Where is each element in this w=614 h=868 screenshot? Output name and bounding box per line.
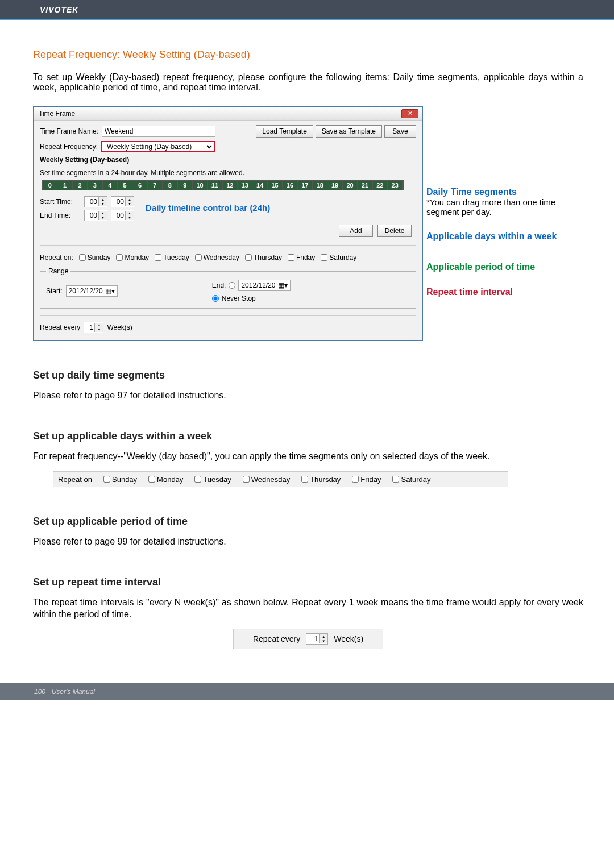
sec4-title: Set up repeat time interval xyxy=(33,576,583,588)
frame-name-label: Time Frame Name: xyxy=(40,127,98,135)
timeline-callout-label: Daily timeline control bar (24h) xyxy=(146,203,270,213)
add-button[interactable]: Add xyxy=(339,225,373,237)
hour-cell[interactable]: 0 xyxy=(43,181,57,190)
sec1-title: Set up daily time segments xyxy=(33,369,583,381)
end-hour-spinner[interactable]: ▲▼ xyxy=(84,210,107,221)
frame-name-input[interactable] xyxy=(102,126,215,137)
weekly-setting-group: Weekly Setting (Day-based) Set time segm… xyxy=(40,156,416,333)
weekly-setting-subtitle: Set time segments in a 24-hour day. Mult… xyxy=(40,169,416,177)
repeat-every-row: Repeat every ▲▼ Week(s) xyxy=(40,315,416,333)
hour-cell[interactable]: 7 xyxy=(148,181,163,190)
save-button[interactable]: Save xyxy=(384,125,416,138)
intro-text: To set up Weekly (Day-based) repeat freq… xyxy=(33,72,583,93)
range-legend: Range xyxy=(46,267,70,275)
hour-cell[interactable]: 10 xyxy=(193,181,208,190)
end-minute-spinner[interactable]: ▲▼ xyxy=(111,210,134,221)
hour-cell[interactable]: 19 xyxy=(327,181,342,190)
repeat-every-strip-unit: Week(s) xyxy=(334,634,363,643)
day-checkbox[interactable]: Saturday xyxy=(321,254,356,261)
strip-day-checkbox[interactable]: Wednesday xyxy=(243,475,290,484)
strip-day-checkbox[interactable]: Friday xyxy=(352,475,381,484)
hour-cell[interactable]: 6 xyxy=(132,181,147,190)
save-as-template-button[interactable]: Save as Template xyxy=(316,125,382,138)
hour-cell[interactable]: 22 xyxy=(373,181,388,190)
repeat-on-strip-label: Repeat on xyxy=(58,475,92,484)
hour-cell[interactable]: 12 xyxy=(223,181,238,190)
hour-cell[interactable]: 14 xyxy=(252,181,267,190)
calendar-icon: ▦▾ xyxy=(278,281,288,289)
hour-cell[interactable]: 2 xyxy=(73,181,88,190)
repeat-on-strip: Repeat on Sunday Monday Tuesday Wednesda… xyxy=(53,471,508,487)
hour-cell[interactable]: 4 xyxy=(103,181,118,190)
sec3-title: Set up applicable period of time xyxy=(33,516,583,528)
hour-cell[interactable]: 21 xyxy=(358,181,372,190)
repeat-frequency-select[interactable]: Weekly Setting (Day-based) xyxy=(101,141,215,152)
delete-button[interactable]: Delete xyxy=(377,225,412,237)
page-footer: 100 - User's Manual xyxy=(0,683,614,700)
day-checkbox[interactable]: Monday xyxy=(116,254,149,261)
daily-timeline[interactable]: 0 1 2 3 4 5 6 7 8 9 10 11 12 13 xyxy=(42,180,404,190)
hour-cell[interactable]: 13 xyxy=(238,181,252,190)
close-button[interactable]: ✕ xyxy=(401,109,418,118)
repeat-on-label: Repeat on: xyxy=(40,254,73,261)
hour-cell[interactable]: 17 xyxy=(298,181,313,190)
hour-cell[interactable]: 3 xyxy=(88,181,102,190)
sec3-body: Please refer to page 99 for detailed ins… xyxy=(33,535,583,548)
range-start-label: Start: xyxy=(46,287,63,295)
strip-day-checkbox[interactable]: Monday xyxy=(148,475,183,484)
strip-day-checkbox[interactable]: Saturday xyxy=(392,475,430,484)
repeat-every-label: Repeat every xyxy=(40,323,80,331)
repeat-every-spinner[interactable]: ▲▼ xyxy=(84,322,103,333)
repeat-every-strip-spinner[interactable]: ▲▼ xyxy=(306,633,328,645)
strip-day-checkbox[interactable]: Thursday xyxy=(301,475,341,484)
hour-cell[interactable]: 8 xyxy=(163,181,177,190)
strip-day-checkbox[interactable]: Tuesday xyxy=(194,475,231,484)
start-minute-spinner[interactable]: ▲▼ xyxy=(111,196,134,207)
day-checkbox[interactable]: Wednesday xyxy=(195,254,239,261)
dialog-title-text: Time Frame xyxy=(39,110,75,118)
annotation-repeat-interval: Repeat time interval xyxy=(426,287,583,297)
annotation-applicable-period: Applicable period of time xyxy=(426,262,583,272)
start-time-label: Start Time: xyxy=(40,198,77,206)
hour-cell[interactable]: 16 xyxy=(283,181,297,190)
time-frame-dialog: Time Frame ✕ Time Frame Name: Load Templ… xyxy=(33,106,423,341)
hour-cell[interactable]: 23 xyxy=(388,181,403,190)
range-end-date[interactable]: 2012/12/20 ▦▾ xyxy=(238,280,290,291)
day-checkbox[interactable]: Thursday xyxy=(245,254,282,261)
range-end-radio[interactable]: End: 2012/12/20 ▦▾ xyxy=(212,280,291,291)
hour-cell[interactable]: 5 xyxy=(118,181,132,190)
sec2-body: For repeat frequency--"Weekly (day based… xyxy=(33,450,583,463)
footer-text: 100 - User's Manual xyxy=(34,688,95,696)
sec2-title: Set up applicable days within a week xyxy=(33,430,583,442)
day-checkbox[interactable]: Friday xyxy=(288,254,315,261)
annotations-column: Daily Time segments *You can drag more t… xyxy=(426,106,583,312)
range-start-date[interactable]: 2012/12/20 ▦▾ xyxy=(66,285,118,297)
hour-cell[interactable]: 15 xyxy=(268,181,283,190)
start-hour-spinner[interactable]: ▲▼ xyxy=(84,196,107,207)
page-header: VIVOTEK xyxy=(0,0,614,20)
repeat-frequency-label: Repeat Frequency: xyxy=(40,143,98,151)
day-checkbox[interactable]: Tuesday xyxy=(155,254,189,261)
sec4-body: The repeat time intervals is "every N we… xyxy=(33,596,583,621)
brand-text: VIVOTEK xyxy=(40,5,78,14)
sec1-body: Please refer to page 97 for detailed ins… xyxy=(33,389,583,402)
load-template-button[interactable]: Load Template xyxy=(256,125,313,138)
hour-cell[interactable]: 18 xyxy=(313,181,327,190)
page-content: Repeat Frequency: Weekly Setting (Day-ba… xyxy=(0,20,614,649)
weekly-setting-title: Weekly Setting (Day-based) xyxy=(40,156,416,164)
annotation-applicable-days: Applicable days within a week xyxy=(426,231,583,242)
hour-cell[interactable]: 1 xyxy=(57,181,72,190)
dialog-titlebar: Time Frame ✕ xyxy=(34,107,422,121)
repeat-every-strip-label: Repeat every xyxy=(253,634,300,643)
hour-cell[interactable]: 20 xyxy=(343,181,358,190)
day-checkbox[interactable]: Sunday xyxy=(79,254,111,261)
never-stop-radio[interactable]: Never Stop xyxy=(212,294,291,302)
hour-cell[interactable]: 11 xyxy=(208,181,222,190)
annotation-daily-title: Daily Time segments xyxy=(426,187,583,197)
strip-day-checkbox[interactable]: Sunday xyxy=(103,475,137,484)
section-title: Repeat Frequency: Weekly Setting (Day-ba… xyxy=(33,49,583,61)
repeat-on-row: Repeat on: Sunday Monday Tuesday Wednesd… xyxy=(40,245,416,261)
annotation-daily-note: *You can drag more than one time segment… xyxy=(426,197,583,217)
range-fieldset: Range Start: 2012/12/20 ▦▾ End: xyxy=(40,267,416,309)
hour-cell[interactable]: 9 xyxy=(178,181,193,190)
